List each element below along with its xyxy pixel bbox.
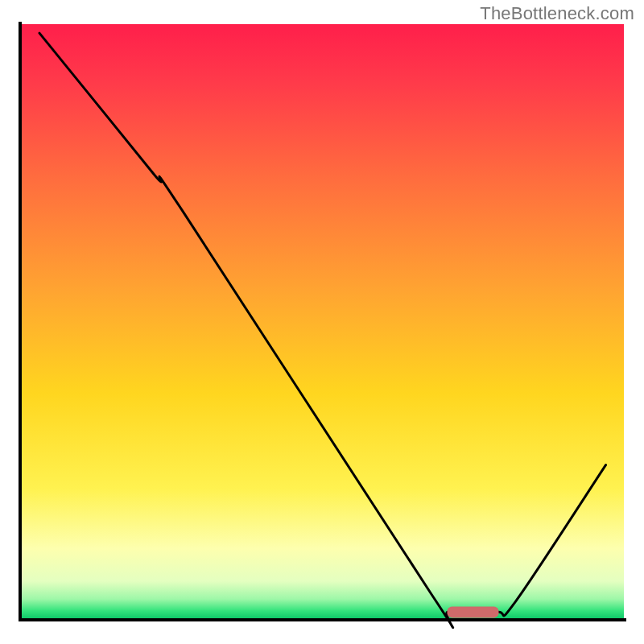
optimal-marker: [448, 606, 499, 617]
watermark-text: TheBottleneck.com: [480, 3, 634, 24]
plot-area-gradient: [20, 24, 624, 620]
chart-container: { "watermark": "TheBottleneck.com", "cha…: [0, 0, 644, 644]
bottleneck-chart-svg: [0, 0, 644, 644]
